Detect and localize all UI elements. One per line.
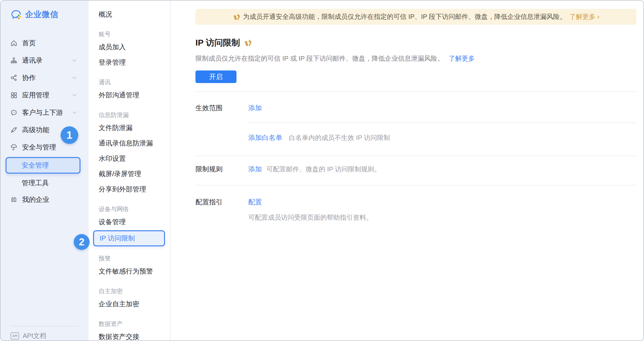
api-doc-icon: API [11,332,19,339]
sidebar-item-label: 客户与上下游 [22,108,63,117]
submenu-item-external-communication[interactable]: 外部沟通管理 [89,88,170,103]
row-effective-scope: 生效范围 添加 添加白名单 白名单内的成员不生效 IP 访问限制 [195,92,636,156]
sidebar-item-label: 管理工具 [22,178,49,187]
wecom-admin-window: 企业微信 首页 通讯录 协作 应用管理 [0,0,644,341]
sidebar-item-label: 安全与管理 [22,143,56,152]
upgrade-banner: 为成员开通安全高级功能，限制成员仅允许在指定的可信 IP、IP 段下访问邮件、微… [195,9,636,25]
chevron-down-icon [71,75,77,81]
sidebar-item-label: 通讯录 [22,56,43,65]
sidebar-item-label: 协作 [22,73,36,82]
primary-sidebar: 企业微信 首页 通讯录 协作 应用管理 [1,1,89,340]
sidebar-item-apps[interactable]: 应用管理 [1,86,89,104]
guide-config-link[interactable]: 配置 [248,198,262,206]
primary-nav: 首页 通讯录 协作 应用管理 客户与上下游 [1,20,89,208]
chevron-down-icon [71,109,77,116]
contacts-icon [10,57,18,64]
sidebar-item-label: 我的企业 [22,195,49,204]
rules-note: 可配置邮件、微盘的 IP 访问限制规则。 [266,165,381,174]
sidebar-item-security-admin-active[interactable]: 安全管理 [6,157,80,174]
submenu-item-ip-access-restriction-active[interactable]: IP 访问限制 [93,230,165,246]
sidebar-item-admin-tools[interactable]: 管理工具 [1,175,89,191]
sidebar-item-label: 高级功能 [22,125,49,134]
enable-button[interactable]: 开启 [195,70,236,83]
step-badge-2: 2 [74,234,90,250]
submenu-header-account: 账号 [89,29,170,40]
submenu-header-data-assets: 数据资产 [89,319,170,329]
brand-logo-link[interactable]: 企业微信 [1,1,89,20]
sparkle-icon [232,13,240,21]
sidebar-item-label: 首页 [22,39,36,48]
guide-note: 可配置成员访问受限页面的帮助指引资料。 [248,213,636,222]
bar-chart-icon [10,196,18,203]
submenu-item-overview[interactable]: 概况 [89,7,170,22]
row-config-guide: 配置指引 配置 可配置成员访问受限页面的帮助指引资料。 [195,185,636,237]
sidebar-item-label: 安全管理 [22,161,49,170]
submenu-header-self-encryption: 自主加密 [89,286,170,296]
pen-sparkle-icon [10,126,18,134]
guide-label: 配置指引 [195,198,223,207]
sidebar-item-label: 应用管理 [22,91,49,100]
home-icon [10,39,18,47]
submenu-item-login-management[interactable]: 登录管理 [89,55,170,70]
page-header: IP 访问限制 [195,37,636,49]
settings-list: 生效范围 添加 添加白名单 白名单内的成员不生效 IP 访问限制 限制规则 添加… [195,91,636,237]
scope-add-link[interactable]: 添加 [248,104,262,112]
submenu-header-communication: 通讯 [89,77,170,88]
submenu-item-file-leak-prevention[interactable]: 文件防泄漏 [89,120,170,136]
banner-text: 为成员开通安全高级功能，限制成员仅允许在指定的可信 IP、IP 段下访问邮件、微… [243,12,566,21]
page-description-text: 限制成员仅允许在指定的可信 IP 或 IP 段下访问邮件、微盘，降低企业信息泄漏… [195,55,444,62]
umbrella-icon [10,143,18,151]
submenu-header-device-network: 设备与网络 [89,204,170,214]
apps-grid-icon [10,91,18,99]
submenu-item-screenshot-management[interactable]: 截屏/录屏管理 [89,166,170,182]
page-description: 限制成员仅允许在指定的可信 IP 或 IP 段下访问邮件、微盘，降低企业信息泄漏… [195,54,636,63]
submenu-item-enterprise-self-encryption[interactable]: 企业自主加密 [89,296,170,312]
sidebar-footer: API API文档 [11,326,78,340]
brand-name: 企业微信 [25,9,58,20]
sidebar-item-customers[interactable]: 客户与上下游 [1,104,89,121]
submenu-item-external-share-management[interactable]: 分享到外部管理 [89,182,170,197]
sidebar-item-home[interactable]: 首页 [1,34,89,52]
row-restriction-rules: 限制规则 添加 可配置邮件、微盘的 IP 访问限制规则。 [195,156,636,185]
api-docs-label: API文档 [23,331,46,340]
sidebar-item-collaboration[interactable]: 协作 [1,69,89,86]
sparkle-icon [244,39,252,47]
submenu-header-leak-prevention: 信息防泄漏 [89,110,170,120]
submenu-item-watermark-settings[interactable]: 水印设置 [89,151,170,166]
submenu-item-data-asset-handover[interactable]: 数据资产交接 [89,329,170,341]
submenu-item-file-sensitive-alert[interactable]: 文件敏感行为预警 [89,264,170,279]
banner-learn-more-link[interactable]: 了解更多 › [569,12,599,21]
page-title: IP 访问限制 [195,37,240,49]
sidebar-item-contacts[interactable]: 通讯录 [1,52,89,69]
security-submenu: 概况 账号 成员加入 登录管理 通讯 外部沟通管理 信息防泄漏 文件防泄漏 通讯… [89,1,171,340]
main-content: 为成员开通安全高级功能，限制成员仅允许在指定的可信 IP、IP 段下访问邮件、微… [171,1,643,340]
description-learn-more-link[interactable]: 了解更多 [449,55,475,62]
scope-label: 生效范围 [195,103,223,112]
chevron-down-icon [71,57,77,63]
rules-label: 限制规则 [195,165,223,174]
submenu-item-device-management[interactable]: 设备管理 [89,214,170,230]
api-docs-link[interactable]: API API文档 [11,331,78,340]
chevron-down-icon [71,92,77,98]
wecom-logo-icon [11,9,22,20]
submenu-header-alerts: 预警 [89,253,170,264]
chat-bubble-icon [10,109,18,116]
whitelist-add-link[interactable]: 添加白名单 [248,133,282,142]
whitelist-note: 白名单内的成员不生效 IP 访问限制 [289,133,390,142]
submenu-item-contacts-leak-prevention[interactable]: 通讯录信息防泄漏 [89,136,170,151]
collaboration-icon [10,74,18,82]
sidebar-item-my-company[interactable]: 我的企业 [1,191,89,208]
submenu-item-member-join[interactable]: 成员加入 [89,40,170,55]
divider [248,123,636,123]
rules-add-link[interactable]: 添加 [248,165,262,174]
step-badge-1: 1 [61,126,78,144]
